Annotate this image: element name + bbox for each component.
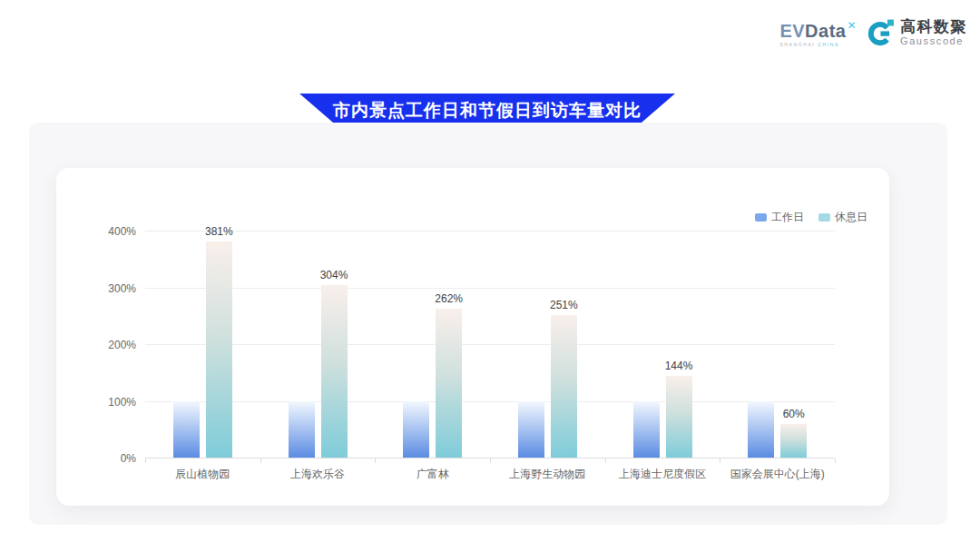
evdata-wordmark-ev: EV <box>779 21 805 41</box>
evdata-x-icon: ✕ <box>847 19 857 32</box>
legend-label: 休息日 <box>835 210 867 225</box>
chart-legend: 工作日休息日 <box>755 210 867 225</box>
evdata-wordmark-data: Data <box>805 21 846 41</box>
workday-bar[interactable] <box>748 401 774 458</box>
plot-area: 0%100%200%300%400%381%辰山植物园304%上海欢乐谷262%… <box>145 232 835 458</box>
legend-item-restday[interactable]: 休息日 <box>818 210 867 225</box>
workday-bar[interactable] <box>403 401 429 458</box>
restday-bar[interactable] <box>551 315 577 458</box>
gausscode-text: 高科数聚 Gausscode <box>900 19 967 47</box>
x-category-label: 辰山植物园 <box>175 467 230 482</box>
workday-bar[interactable] <box>289 401 315 458</box>
restday-bar[interactable] <box>666 376 692 458</box>
workday-bar[interactable] <box>518 401 544 458</box>
y-tick-label: 200% <box>108 340 136 350</box>
restday-bar[interactable] <box>436 309 462 458</box>
gausscode-logo: 高科数聚 Gausscode <box>867 19 967 47</box>
gridline <box>145 231 835 232</box>
x-category-label: 广富林 <box>416 467 449 482</box>
legend-label: 工作日 <box>771 210 804 225</box>
workday-bar[interactable] <box>173 401 200 458</box>
bar-value-label: 251% <box>550 300 578 310</box>
x-axis-tick <box>835 458 836 463</box>
x-axis-tick <box>145 458 146 463</box>
restday-bar[interactable] <box>206 242 232 458</box>
x-category-label: 上海野生动物园 <box>509 467 585 482</box>
restday-bar[interactable] <box>321 285 348 458</box>
legend-item-workday[interactable]: 工作日 <box>755 210 804 225</box>
x-axis-tick <box>375 458 376 463</box>
content-panel: 工作日休息日 0%100%200%300%400%381%辰山植物园304%上海… <box>29 123 947 525</box>
legend-marker-icon <box>755 213 767 222</box>
y-tick-label: 300% <box>108 283 136 294</box>
x-axis-tick <box>260 458 261 463</box>
x-axis-tick <box>605 458 606 463</box>
evdata-subtitle-shanghai: SHANGHAI <box>779 42 815 47</box>
logo-bar: EVData✕ SHANGHAI CHINA 高科数聚 Gausscode <box>779 18 967 47</box>
bar-value-label: 60% <box>783 409 805 419</box>
bar-value-label: 304% <box>320 270 348 281</box>
gausscode-en-label: Gausscode <box>900 35 967 46</box>
page-title: 市内景点工作日和节假日到访车量对比 <box>333 99 642 123</box>
y-tick-label: 0% <box>121 453 136 464</box>
x-category-label: 国家会展中心(上海) <box>730 467 825 482</box>
workday-bar[interactable] <box>633 401 660 458</box>
y-tick-label: 100% <box>108 397 136 408</box>
gausscode-g-icon <box>867 19 895 46</box>
evdata-logo: EVData✕ SHANGHAI CHINA <box>779 20 857 47</box>
bar-value-label: 144% <box>665 360 693 371</box>
bar-value-label: 381% <box>205 226 233 237</box>
legend-marker-icon <box>818 213 830 222</box>
restday-bar[interactable] <box>780 424 807 458</box>
gausscode-cn-label: 高科数聚 <box>900 19 967 36</box>
x-axis-tick <box>720 458 720 463</box>
bar-value-label: 262% <box>435 293 463 304</box>
chart-card: 工作日休息日 0%100%200%300%400%381%辰山植物园304%上海… <box>56 168 889 506</box>
gridline <box>145 344 835 345</box>
x-category-label: 上海迪士尼度假区 <box>619 467 706 482</box>
evdata-subtitle: SHANGHAI CHINA <box>779 42 838 47</box>
evdata-subtitle-china: CHINA <box>818 42 839 47</box>
x-category-label: 上海欢乐谷 <box>290 467 345 482</box>
x-axis-tick <box>490 458 491 463</box>
evdata-wordmark: EVData✕ <box>779 20 857 40</box>
gridline <box>145 401 835 402</box>
y-tick-label: 400% <box>108 226 136 237</box>
gridline <box>145 288 835 289</box>
